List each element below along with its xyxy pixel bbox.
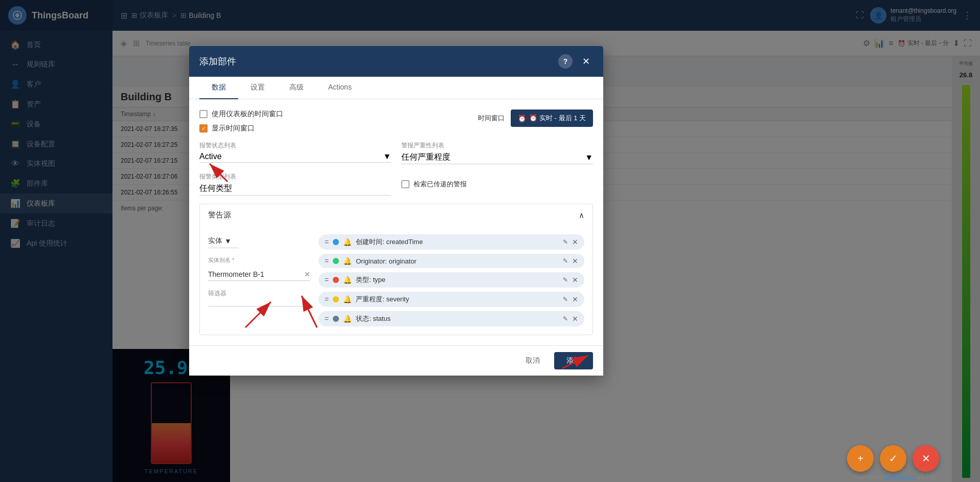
show-timewindow-checkbox[interactable]: 显示时间窗口 (199, 124, 468, 133)
use-dashboard-timewindow-checkbox[interactable]: 使用仪表板的时间窗口 (199, 109, 468, 119)
tag-item-type: = 🔔 类型: type ✎ ✕ (318, 272, 584, 288)
tag-close-icon[interactable]: ✕ (572, 315, 578, 323)
bell-icon: 🔔 (343, 295, 352, 303)
alert-source-header[interactable]: 警告源 ∧ (200, 204, 592, 226)
fab-cancel-button[interactable]: ✕ (913, 445, 939, 472)
dialog-header: 添加部件 ? ✕ (189, 46, 603, 77)
tag-eq: = (325, 315, 329, 323)
fab-cancel-icon: ✕ (922, 452, 930, 465)
filter-label: 筛选器 (208, 289, 310, 298)
entity-type-row: 实体 ▼ (208, 234, 310, 248)
tag-edit-icon[interactable]: ✎ (563, 257, 568, 265)
bell-icon: 🔔 (343, 238, 352, 246)
tag-dot (333, 296, 339, 302)
tag-item-created-time: = 🔔 创建时间: createdTime ✎ ✕ (318, 234, 584, 250)
alarm-status-label: 报警状态列表 (199, 141, 391, 150)
dialog-footer: 取消 添加 (189, 345, 603, 376)
tag-dot (333, 239, 339, 245)
add-widget-dialog: 添加部件 ? ✕ 数据 设置 高级 Actions 使用仪表板的时间窗口 显示时… (189, 46, 603, 376)
timewindow-row: 使用仪表板的时间窗口 显示时间窗口 时间窗口 ⏰ ⏰ 实时 - 最后 1 天 (199, 109, 593, 133)
tag-item-status: = 🔔 状态: status ✎ ✕ (318, 311, 584, 326)
timewindow-label: 时间窗口 (478, 114, 505, 123)
timewindow-button[interactable]: ⏰ ⏰ 实时 - 最后 1 天 (511, 109, 593, 127)
dropdown-arrow: ▼ (224, 237, 232, 245)
alarm-status-select[interactable]: Active ▼ (199, 152, 391, 163)
entity-config: 实体 ▼ 实体别名 * ✕ 筛选器 (208, 234, 310, 326)
cancel-button[interactable]: 取消 (517, 352, 548, 369)
tag-dot (333, 316, 339, 322)
bell-icon: 🔔 (343, 315, 352, 323)
alarm-type-label: 报警类型列表 (199, 172, 391, 181)
bell-icon: 🔔 (343, 276, 352, 284)
tag-close-icon[interactable]: ✕ (572, 257, 578, 265)
dialog-title: 添加部件 (199, 55, 558, 68)
tag-eq: = (325, 295, 329, 303)
entity-name-label: 实体别名 * (208, 256, 310, 264)
tag-item-severity: = 🔔 严重程度: severity ✎ ✕ (318, 292, 584, 307)
tag-dot (333, 277, 339, 283)
clock-icon: ⏰ (518, 115, 526, 122)
alarm-severity-label: 警报严重性列表 (401, 141, 593, 150)
dropdown-arrow: ▼ (383, 152, 391, 161)
help-button[interactable]: ? (558, 54, 573, 69)
tag-edit-icon[interactable]: ✎ (563, 315, 568, 322)
timewindow-control: 时间窗口 ⏰ ⏰ 实时 - 最后 1 天 (478, 109, 593, 127)
tag-close-icon[interactable]: ✕ (572, 276, 578, 284)
dialog-header-actions: ? ✕ (558, 54, 593, 69)
tags-list: = 🔔 创建时间: createdTime ✎ ✕ = 🔔 Originator… (318, 234, 584, 326)
checkbox-checked[interactable] (199, 124, 208, 133)
fab-confirm-icon: ✓ (889, 452, 898, 465)
checkbox-unchecked[interactable] (199, 110, 208, 118)
search-propagated-checkbox[interactable] (401, 180, 409, 188)
alarm-type-row: 报警类型列表 任何类型 检索已传递的警报 (199, 172, 593, 195)
alarm-status-group: 报警状态列表 Active ▼ (199, 141, 391, 164)
tab-settings[interactable]: 设置 (238, 77, 277, 99)
fab-group: + ✓ ✕ (847, 445, 939, 472)
close-button[interactable]: ✕ (579, 54, 593, 69)
tag-close-icon[interactable]: ✕ (572, 238, 578, 246)
collapse-icon: ∧ (579, 211, 584, 220)
entity-type-select[interactable]: 实体 ▼ (208, 234, 239, 248)
dropdown-arrow: ▼ (585, 153, 593, 162)
tag-eq: = (325, 257, 329, 265)
alert-source-body: 实体 ▼ 实体别名 * ✕ 筛选器 (200, 226, 592, 335)
tab-actions[interactable]: Actions (316, 77, 364, 99)
tag-eq: = (325, 276, 329, 284)
entity-name-clear-icon[interactable]: ✕ (304, 270, 310, 278)
alarm-type-select[interactable]: 任何类型 (199, 183, 391, 195)
footer: Powered by Thingsboard v.3.2.1 (854, 474, 934, 480)
entity-name-input[interactable] (208, 270, 302, 278)
add-button[interactable]: 添加 (554, 352, 593, 369)
alarm-type-group: 报警类型列表 任何类型 (199, 172, 391, 195)
dialog-body: 使用仪表板的时间窗口 显示时间窗口 时间窗口 ⏰ ⏰ 实时 - 最后 1 天 报… (189, 99, 603, 345)
bell-icon: 🔔 (343, 257, 352, 265)
fab-add-button[interactable]: + (847, 445, 874, 472)
alarm-severity-select[interactable]: 任何严重程度 ▼ (401, 152, 593, 164)
tag-edit-icon[interactable]: ✎ (563, 276, 568, 283)
checkbox-group: 使用仪表板的时间窗口 显示时间窗口 (199, 109, 468, 133)
tag-item-originator: = 🔔 Originator: originator ✎ ✕ (318, 254, 584, 268)
search-propagated-group[interactable]: 检索已传递的警报 (401, 180, 593, 189)
tag-eq: = (325, 238, 329, 246)
tab-data[interactable]: 数据 (199, 77, 238, 99)
tag-edit-icon[interactable]: ✎ (563, 296, 568, 303)
alarm-status-row: 报警状态列表 Active ▼ 警报严重性列表 任何严重程度 ▼ (199, 141, 593, 164)
tag-close-icon[interactable]: ✕ (572, 295, 578, 303)
tag-edit-icon[interactable]: ✎ (563, 238, 568, 246)
tab-advanced[interactable]: 高级 (277, 77, 316, 99)
footer-brand[interactable]: Thingsboard (885, 474, 916, 480)
entity-name-field[interactable]: ✕ (208, 268, 310, 281)
fab-add-icon: + (857, 453, 863, 465)
dialog-tabs: 数据 设置 高级 Actions (189, 77, 603, 99)
filter-field[interactable] (208, 302, 310, 306)
alert-source-section: 警告源 ∧ 实体 ▼ 实体别名 * ✕ (199, 204, 593, 335)
tag-dot (333, 258, 339, 264)
alarm-severity-group: 警报严重性列表 任何严重程度 ▼ (401, 141, 593, 164)
fab-confirm-button[interactable]: ✓ (880, 445, 906, 472)
